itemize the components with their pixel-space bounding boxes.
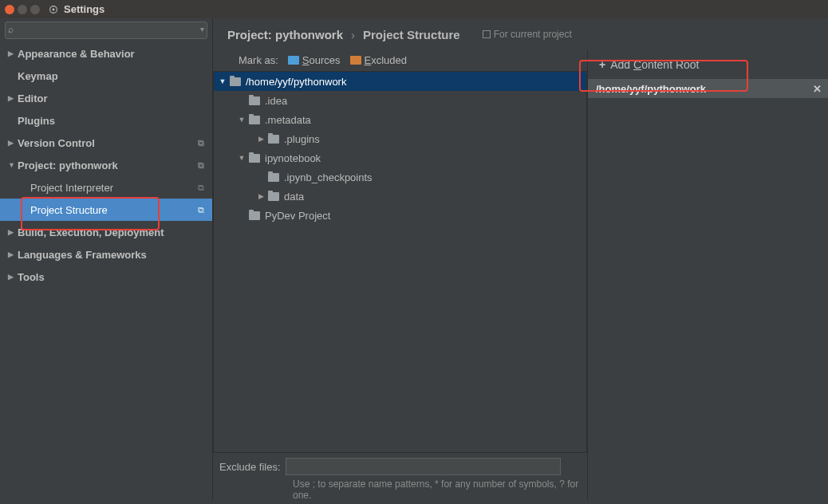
chevron-right-icon: ▶	[8, 94, 16, 102]
chevron-right-icon: ▶	[8, 250, 16, 258]
settings-search: ⌕ ▾	[5, 22, 207, 39]
sidebar-item-plugins[interactable]: Plugins	[0, 109, 212, 132]
mark-as-bar: Mark as: Sources Excluded	[213, 50, 587, 69]
folder-icon	[268, 173, 279, 182]
chevron-right-icon: ▶	[8, 228, 16, 236]
scope-icon	[483, 30, 491, 38]
tree-row[interactable]: ▼/home/yyf/pythonwork	[214, 72, 586, 91]
sidebar-item-label: Keymap	[18, 70, 58, 82]
window-minimize-button[interactable]	[18, 5, 27, 14]
tree-row-label: ipynotebook	[265, 152, 321, 164]
tree-row[interactable]: ▶.plugins	[214, 129, 586, 148]
chevron-down-icon[interactable]: ▼	[238, 154, 246, 162]
folder-icon	[249, 96, 260, 105]
tree-row[interactable]: ▼ipynotebook	[214, 148, 586, 167]
chevron-right-icon: ▶	[8, 139, 16, 147]
tree-row[interactable]: ▶data	[214, 187, 586, 206]
chevron-down-icon[interactable]: ▼	[238, 116, 246, 124]
folder-icon	[249, 116, 260, 124]
mark-as-label: Mark as:	[239, 54, 278, 66]
breadcrumb-project[interactable]: Project: pythonwork	[227, 28, 343, 41]
sidebar-item-label: Editor	[18, 93, 48, 104]
add-content-root-button[interactable]: + Add Content Root	[588, 50, 828, 79]
chevron-right-icon: ▶	[8, 49, 16, 57]
content-root-item[interactable]: /home/yyf/pythonwork✕	[588, 79, 828, 98]
folder-icon	[249, 211, 260, 220]
sidebar-item-label: Tools	[18, 271, 45, 283]
chevron-right-icon[interactable]: ▶	[257, 192, 265, 200]
chevron-down-icon[interactable]: ▼	[219, 77, 227, 85]
sidebar-item-label: Project Interpreter	[30, 182, 113, 194]
tree-row[interactable]: .idea	[214, 91, 586, 110]
sidebar-item-keymap[interactable]: Keymap	[0, 65, 212, 87]
sidebar-item-editor[interactable]: ▶Editor	[0, 87, 212, 109]
sidebar-item-label: Version Control	[18, 137, 95, 149]
excluded-folder-icon	[350, 56, 361, 65]
tree-row-label: data	[284, 191, 304, 203]
tree-row-label: .plugins	[284, 133, 320, 145]
plus-icon: +	[599, 58, 605, 71]
sidebar-item-label: Project: pythonwork	[18, 159, 118, 171]
sidebar-item-label: Build, Execution, Deployment	[18, 226, 164, 238]
sidebar-item-project-pythonwork[interactable]: ▼Project: pythonwork⧉	[0, 154, 212, 176]
sources-folder-icon	[288, 56, 299, 65]
content-root-path: /home/yyf/pythonwork	[596, 83, 706, 95]
window-titlebar: Settings	[0, 0, 828, 18]
tree-row[interactable]: .ipynb_checkpoints	[214, 167, 586, 187]
folder-icon	[249, 154, 260, 163]
content-root-tree[interactable]: ▼/home/yyf/pythonwork.idea▼.metadata▶.pl…	[213, 71, 587, 453]
chevron-right-icon: ▶	[8, 273, 16, 281]
chevron-down-icon: ▼	[8, 161, 16, 169]
settings-gear-icon	[48, 4, 59, 15]
settings-sidebar: ⌕ ▾ ▶Appearance & BehaviorKeymap▶EditorP…	[0, 18, 213, 501]
breadcrumb-scope-note: For current project	[483, 29, 572, 40]
project-scope-icon: ⧉	[198, 160, 204, 171]
chevron-right-icon[interactable]: ▶	[257, 135, 265, 143]
exclude-files-input[interactable]	[286, 458, 561, 475]
tree-row-label: /home/yyf/pythonwork	[246, 76, 346, 88]
sidebar-item-label: Appearance & Behavior	[18, 48, 135, 60]
project-scope-icon: ⧉	[198, 205, 204, 215]
settings-search-input[interactable]	[5, 22, 207, 39]
settings-content: Project: pythonwork › Project Structure …	[213, 18, 828, 501]
tree-row-label: .metadata	[265, 114, 311, 126]
exclude-files-hint: Use ; to separate name patterns, * for a…	[293, 478, 581, 501]
project-scope-icon: ⧉	[198, 138, 204, 148]
tree-row[interactable]: PyDev Project	[214, 206, 586, 225]
sidebar-item-label: Project Structure	[30, 204, 108, 216]
window-maximize-button[interactable]	[30, 5, 40, 14]
breadcrumb: Project: pythonwork › Project Structure …	[213, 18, 828, 50]
folder-icon	[268, 192, 279, 201]
tree-row-label: .idea	[265, 95, 287, 107]
tree-row[interactable]: ▼.metadata	[214, 110, 586, 129]
sidebar-item-build-execution-deployment[interactable]: ▶Build, Execution, Deployment	[0, 221, 212, 243]
sidebar-item-label: Plugins	[18, 115, 55, 127]
svg-point-1	[53, 8, 55, 10]
tree-row-label: .ipynb_checkpoints	[284, 171, 373, 183]
sidebar-item-project-interpreter[interactable]: Project Interpreter⧉	[0, 176, 212, 199]
exclude-files-label: Exclude files:	[219, 461, 281, 473]
search-dropdown-icon[interactable]: ▾	[200, 25, 204, 33]
search-icon: ⌕	[8, 24, 14, 35]
folder-icon	[230, 77, 241, 86]
settings-nav: ▶Appearance & BehaviorKeymap▶EditorPlugi…	[0, 42, 212, 501]
project-scope-icon: ⧉	[198, 183, 204, 193]
sidebar-item-appearance-behavior[interactable]: ▶Appearance & Behavior	[0, 42, 212, 65]
sidebar-item-version-control[interactable]: ▶Version Control⧉	[0, 132, 212, 154]
sidebar-item-tools[interactable]: ▶Tools	[0, 266, 212, 288]
tree-row-label: PyDev Project	[265, 210, 330, 222]
sidebar-item-label: Languages & Frameworks	[18, 249, 147, 261]
breadcrumb-page: Project Structure	[363, 28, 460, 41]
breadcrumb-separator-icon: ›	[351, 28, 355, 41]
window-close-button[interactable]	[5, 5, 14, 14]
center-pane: Mark as: Sources Excluded ▼/home/yyf/pyt…	[213, 50, 587, 501]
sidebar-item-languages-frameworks[interactable]: ▶Languages & Frameworks	[0, 243, 212, 266]
folder-icon	[268, 135, 279, 144]
window-title: Settings	[64, 3, 104, 15]
content-roots-rail: + Add Content Root /home/yyf/pythonwork✕	[587, 50, 828, 501]
remove-root-icon[interactable]: ✕	[813, 83, 822, 95]
mark-as-excluded[interactable]: Excluded	[365, 54, 407, 66]
mark-as-sources[interactable]: Sources	[302, 54, 341, 66]
exclude-files-bar: Exclude files: Use ; to separate name pa…	[213, 453, 587, 501]
sidebar-item-project-structure[interactable]: Project Structure⧉	[0, 199, 212, 221]
